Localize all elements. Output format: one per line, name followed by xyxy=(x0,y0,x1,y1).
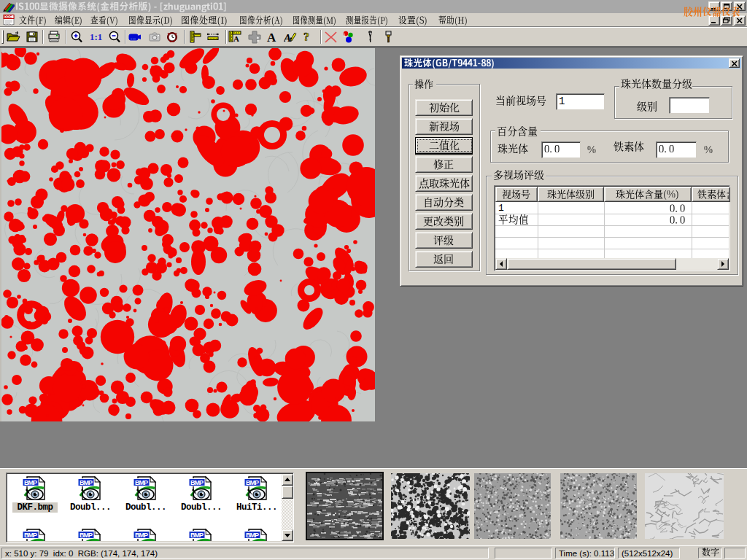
svg-text:A: A xyxy=(267,31,276,44)
svg-text:A: A xyxy=(233,34,239,43)
svg-text:?: ? xyxy=(303,31,309,43)
svg-text:1: 1 xyxy=(344,33,346,37)
svg-text:A: A xyxy=(284,32,291,44)
svg-text:DOC: DOC xyxy=(4,15,12,19)
svg-text:1:1: 1:1 xyxy=(90,31,102,42)
